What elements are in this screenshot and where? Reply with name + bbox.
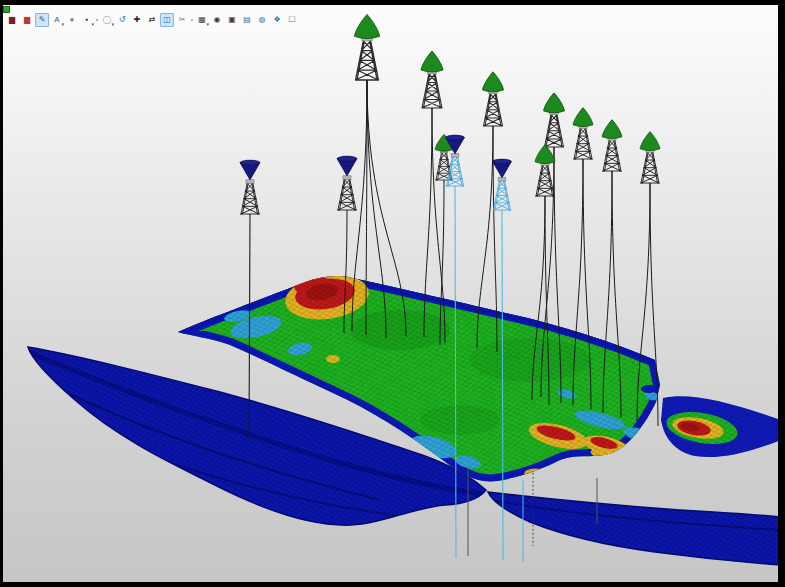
- producer-cone-icon: [544, 93, 565, 113]
- derrick-icon: [545, 115, 564, 147]
- injector-cone-top: [240, 160, 260, 165]
- derrick-icon: [447, 157, 464, 186]
- producer-cone-icon: [421, 51, 443, 72]
- producer-cone-icon: [535, 145, 555, 164]
- lightbulb-icon[interactable]: ◍: [255, 13, 269, 27]
- pin-icon[interactable]: ❖: [270, 13, 284, 27]
- crop-icon[interactable]: ✂: [175, 13, 189, 27]
- snapshot-icon[interactable]: ▣: [225, 13, 239, 27]
- injector-cone-top: [337, 156, 357, 161]
- derrick-icon: [641, 152, 659, 183]
- toolbar-separator: [190, 14, 194, 26]
- producer-cone-icon: [602, 120, 622, 139]
- view-3d-icon[interactable]: ◫: [160, 13, 174, 27]
- rotate-view-icon[interactable]: ↺: [115, 13, 129, 27]
- 3d-scene-canvas[interactable]: [3, 5, 778, 582]
- producer-cone-icon: [354, 14, 379, 38]
- color-swatch-icon[interactable]: ▆: [20, 13, 34, 27]
- select-circle-icon[interactable]: ◯▾: [100, 13, 114, 27]
- derrick-icon: [241, 183, 259, 214]
- zoom-extents-icon[interactable]: ⇄: [145, 13, 159, 27]
- producer-cone-icon: [573, 108, 593, 127]
- layer-style-icon[interactable]: ▪▾: [80, 13, 94, 27]
- injector-cone-top: [493, 159, 512, 164]
- grid-icon[interactable]: ▦▾: [195, 13, 209, 27]
- derrick-icon: [574, 128, 592, 159]
- dropdown-arrow-icon: ▾: [91, 22, 94, 27]
- dropdown-arrow-icon: ▾: [206, 22, 209, 27]
- viewport-status-mark: [3, 6, 10, 13]
- color-fill-icon[interactable]: ▆: [5, 13, 19, 27]
- producer-cone-icon: [640, 132, 660, 151]
- toolbar-separator: [95, 14, 99, 26]
- producer-cone-icon: [483, 72, 504, 92]
- display-panel-icon[interactable]: ▤: [240, 13, 254, 27]
- node-icon[interactable]: ●: [65, 13, 79, 27]
- derrick-icon: [422, 74, 442, 108]
- 3d-viewport[interactable]: ▆▆✎A▾●▪▾◯▾↺✚⇄◫✂▦▾◉▣▤◍❖☐: [3, 5, 778, 582]
- derrick-icon: [494, 181, 511, 210]
- application-window: ▆▆✎A▾●▪▾◯▾↺✚⇄◫✂▦▾◉▣▤◍❖☐: [0, 0, 785, 587]
- camera-icon[interactable]: ◉: [210, 13, 224, 27]
- derrick-icon: [603, 140, 621, 171]
- derrick-icon: [356, 41, 379, 80]
- property-surface-fragment[interactable]: [650, 385, 778, 465]
- derrick-icon: [484, 94, 503, 126]
- edit-mode-icon[interactable]: ✎: [35, 13, 49, 27]
- injector-cone-top: [446, 135, 465, 140]
- dropdown-arrow-icon: ▾: [61, 22, 64, 27]
- pan-view-icon[interactable]: ✚: [130, 13, 144, 27]
- dropdown-arrow-icon: ▾: [111, 22, 114, 27]
- derrick-icon: [338, 179, 356, 210]
- annotation-icon[interactable]: A▾: [50, 13, 64, 27]
- settings-window-icon[interactable]: ☐: [285, 13, 299, 27]
- derrick-icon: [536, 165, 554, 196]
- viewport-toolbar: ▆▆✎A▾●▪▾◯▾↺✚⇄◫✂▦▾◉▣▤◍❖☐: [5, 13, 299, 26]
